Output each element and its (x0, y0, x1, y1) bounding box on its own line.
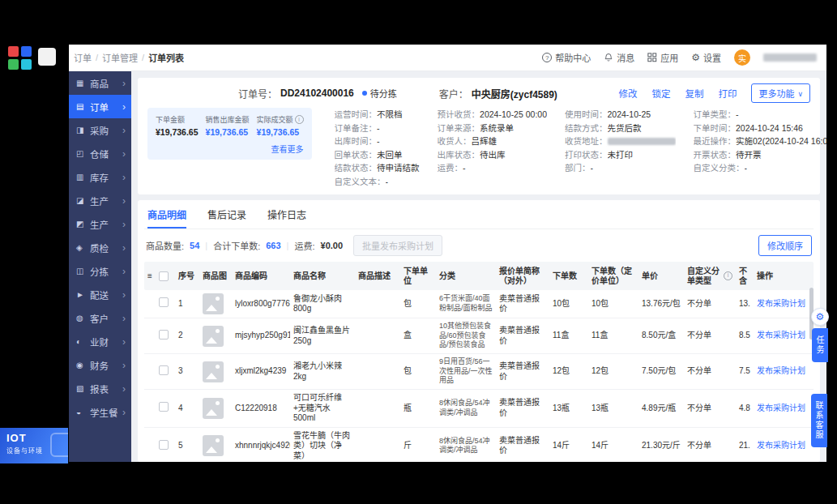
cell-image (199, 322, 232, 350)
chevron-right-icon: › (122, 266, 126, 277)
row-checkbox[interactable] (159, 440, 169, 450)
help-icon (542, 53, 552, 62)
th-10: 下单数 (549, 267, 588, 286)
cell-qty: 13瓶 (549, 400, 588, 417)
modify-button[interactable]: 修改 (618, 87, 637, 100)
order-details-col-3: 使用时间2024-10-25结款方式先货后款收货地址打印状态未打印部门- (565, 108, 676, 188)
purchase-icon: ◨ (76, 126, 87, 135)
iot-badge[interactable]: IOT 设备与环境 (0, 428, 68, 463)
table-row: 4C12220918可口可乐纤维+无糖汽水500ml瓶8休闲食品/54冲调类/冲… (144, 390, 814, 428)
cell-unit: 包 (400, 296, 436, 313)
publish-purchase-plan-link[interactable]: 发布采购计划 (757, 366, 805, 375)
sidebar-item-inventory[interactable]: ▥库存› (69, 165, 131, 189)
breadcrumb-order-management[interactable]: 订单管理 (102, 51, 138, 64)
tab-operation-log[interactable]: 操作日志 (267, 200, 306, 229)
cell-desc (355, 369, 400, 375)
cell-checkbox (156, 362, 175, 382)
avatar[interactable]: 实 (734, 49, 750, 66)
apps-button[interactable]: 应用 (647, 51, 678, 64)
chevron-right-icon: › (122, 195, 126, 207)
sidebar-item-sorting[interactable]: ◫分拣› (69, 259, 131, 283)
items-table: ≡序号商品图商品编码商品名称商品描述下单单位分类报价单简称（对外）下单数下单数（… (144, 262, 814, 462)
product-image-placeholder (203, 435, 224, 456)
drag-handle-icon: ≡ (144, 267, 156, 286)
row-checkbox[interactable] (159, 402, 169, 412)
info-icon: i (295, 115, 304, 124)
help-center-button[interactable]: 帮助中心 (542, 51, 591, 64)
cell-desc (355, 333, 400, 340)
customer-service-tab[interactable]: 联系客服 (811, 394, 827, 447)
chevron-right-icon: › (122, 125, 126, 136)
logo-tile-icon (38, 48, 56, 66)
sidebar-item-purchase[interactable]: ◨采购› (69, 118, 131, 142)
order-field: 自定义分类- (694, 161, 827, 175)
lock-button[interactable]: 锁定 (651, 87, 670, 100)
publish-purchase-plan-link[interactable]: 发布采购计划 (757, 331, 805, 340)
warehouse-icon: ◰ (76, 149, 87, 158)
more-actions-button[interactable]: 更多功能 (751, 83, 810, 103)
desktop-background: IOT 设备与环境 订单 订单管理 订单列表 帮助中心 消息 (0, 0, 837, 504)
task-tab[interactable]: 任务 (812, 328, 828, 362)
cell-split-type: 不分单 (684, 296, 736, 313)
batch-publish-button[interactable]: 批量发布采购计划 (353, 235, 442, 256)
cell-notax-price: 21. (736, 438, 754, 455)
th-checkbox (156, 267, 175, 286)
topbar-actions: 帮助中心 消息 应用 设置 实 (542, 49, 817, 66)
sidebar-item-finance[interactable]: ◉财务› (69, 353, 131, 377)
breadcrumb-orders[interactable]: 订单 (74, 51, 92, 64)
cell-checkbox (156, 327, 175, 346)
freight-label: 运费: (294, 239, 314, 252)
sidebar-item-reports[interactable]: ▧报表› (69, 377, 131, 400)
sidebar-item-business-finance[interactable]: ◐业财› (69, 330, 131, 353)
publish-purchase-plan-link[interactable]: 发布采购计划 (757, 441, 805, 450)
cell-split-type: 不分单 (684, 327, 736, 344)
messages-button[interactable]: 消息 (604, 51, 634, 64)
print-button[interactable]: 打印 (718, 87, 737, 100)
info-icon: i (724, 271, 732, 280)
select-all-checkbox[interactable] (159, 271, 169, 281)
order-field: 订单来源系统录单 (438, 122, 547, 135)
chevron-right-icon: › (122, 101, 126, 113)
cell-quote: 卖菜普通报价 (496, 433, 549, 459)
tab-after-sales[interactable]: 售后记录 (207, 200, 246, 229)
sidebar-item-delivery[interactable]: ►配送› (69, 283, 131, 306)
sidebar-item-production[interactable]: ◪生产› (69, 189, 131, 212)
table-body: 1lyloxr800g7776鲁御龙小酥肉800g包6干货米面/40面粉制品/面… (144, 290, 814, 462)
th-13: 自定义分单类型i (684, 262, 736, 290)
sidebar-item-student-meals[interactable]: ◒学生餐› (69, 400, 131, 424)
customer-name: 中央厨房(zycf4589) (472, 87, 557, 100)
tab-goods-detail[interactable]: 商品明细 (147, 200, 186, 229)
copy-button[interactable]: 复制 (685, 87, 703, 100)
th-8: 分类 (436, 267, 496, 286)
order-field: 订单备注- (335, 122, 420, 135)
row-checkbox[interactable] (159, 330, 169, 340)
sidebar-item-label: 学生餐 (90, 406, 122, 419)
sidebar-item-orders[interactable]: ▤订单› (69, 95, 131, 118)
view-more-link[interactable]: 查看更多 (156, 143, 304, 155)
items-summary-bar: 商品数量: 54 合计下单数: 663 运费: ¥0.00 批量发布采购计划 修… (144, 229, 814, 262)
chevron-right-icon: › (122, 242, 126, 254)
sidebar-item-label: 质检 (90, 241, 122, 254)
sidebar-item-production-2[interactable]: ◩生产› (69, 212, 131, 236)
sidebar-item-label: 业财 (90, 335, 122, 348)
cell-split-type: 不分单 (684, 400, 736, 417)
task-gear-icon[interactable]: ⚙ (811, 308, 829, 326)
chevron-right-icon: › (122, 407, 126, 418)
chevron-right-icon: › (122, 313, 126, 324)
chevron-right-icon: › (122, 219, 126, 230)
sidebar-item-customers[interactable]: ◍客户› (69, 306, 131, 330)
order-field: 使用时间2024-10-25 (565, 108, 676, 122)
settings-button[interactable]: 设置 (691, 51, 721, 64)
row-checkbox[interactable] (159, 297, 169, 307)
sidebar-item-label: 仓储 (90, 147, 122, 160)
order-items-panel: 商品明细售后记录操作日志 商品数量: 54 合计下单数: 663 运费: ¥0.… (138, 200, 820, 462)
sidebar-item-warehouse[interactable]: ◰仓储› (69, 142, 131, 165)
sidebar-item-quality[interactable]: ◈质检› (69, 236, 131, 259)
publish-purchase-plan-link[interactable]: 发布采购计划 (757, 404, 805, 412)
cell-qty-pricing: 10包 (588, 296, 638, 313)
iot-title: IOT (6, 432, 62, 444)
sidebar-item-products[interactable]: ▦商品› (69, 71, 131, 95)
publish-purchase-plan-link[interactable]: 发布采购计划 (757, 299, 805, 308)
reorder-button[interactable]: 修改顺序 (758, 235, 812, 256)
row-checkbox[interactable] (159, 365, 169, 375)
